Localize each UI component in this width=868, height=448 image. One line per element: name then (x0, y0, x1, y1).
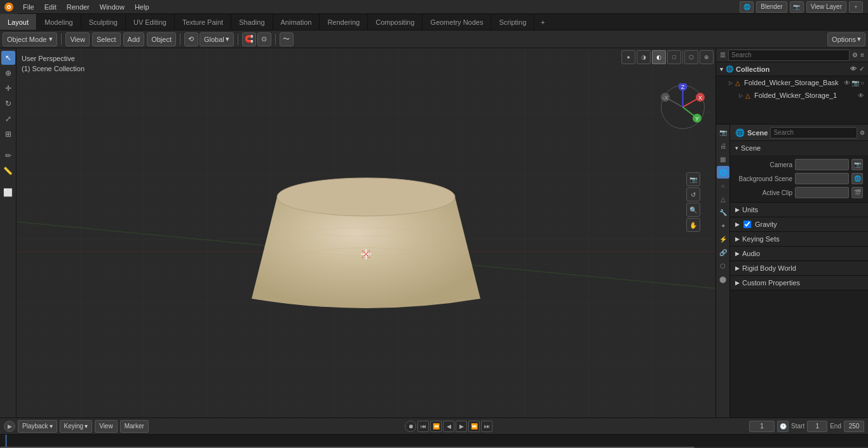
view-layer-name[interactable]: View Layer (806, 1, 846, 13)
camera-view-btn[interactable]: 📷 (686, 172, 700, 186)
item-0-camera-icon[interactable]: 📷 (851, 79, 859, 86)
outliner-filter-icon[interactable]: ☰ (720, 51, 726, 58)
proportional-edit-icon[interactable]: ⊙ (257, 32, 271, 46)
prop-active-clip-icon-btn[interactable]: 🎬 (851, 187, 863, 198)
prop-search-input[interactable] (770, 127, 857, 139)
collection-exclude-icon[interactable]: ✓ (859, 65, 864, 72)
outliner-item-0[interactable]: ▷ △ Folded_Wicker_Storage_Bask 👁 📷 ○ (716, 76, 868, 89)
add-cube-tool[interactable]: ⬜ (1, 186, 15, 200)
viewport-shading-wireframe[interactable]: □ (667, 50, 681, 64)
view-menu-timeline[interactable]: View (95, 420, 118, 433)
prop-material-btn[interactable]: ⬤ (717, 273, 729, 285)
orbit-btn[interactable]: ↺ (686, 187, 700, 201)
prop-object-btn[interactable]: △ (717, 193, 729, 205)
cursor-tool[interactable]: ⊕ (1, 66, 15, 80)
record-btn[interactable]: ⏺ (405, 421, 416, 432)
gizmo-btn[interactable]: ⊕ (700, 50, 714, 64)
jump-end-btn[interactable]: ⏭ (481, 421, 492, 432)
menu-edit[interactable]: Edit (39, 0, 62, 13)
gravity-checkbox[interactable] (743, 221, 751, 228)
timeline-clock-icon[interactable]: 🕐 (777, 421, 789, 432)
menu-render[interactable]: Render (62, 0, 95, 13)
annotate-tool[interactable]: ✏ (1, 149, 15, 163)
viewport-shading-solid[interactable]: ◐ (652, 50, 666, 64)
select-menu[interactable]: Select (92, 32, 121, 46)
item-0-eye-icon[interactable]: 👁 (844, 79, 850, 86)
tab-scripting[interactable]: Scripting (491, 14, 534, 30)
snap-icon[interactable]: 🧲 (242, 32, 256, 46)
prop-scene-btn[interactable]: 🌐 (717, 166, 729, 179)
prop-world-btn[interactable]: ○ (717, 179, 729, 192)
step-forward-btn[interactable]: ⏩ (468, 421, 480, 432)
tab-layout[interactable]: Layout (0, 14, 37, 30)
scene-selector-icon[interactable]: 🌐 (740, 1, 754, 13)
tab-animation[interactable]: Animation (273, 14, 320, 30)
view-menu[interactable]: View (65, 32, 90, 46)
prop-units-header[interactable]: ▶ Units (730, 203, 868, 217)
viewport-shading-rendered[interactable]: ● (621, 50, 635, 64)
item-1-eye-icon[interactable]: 👁 (858, 92, 864, 99)
tab-rendering[interactable]: Rendering (320, 14, 368, 30)
timeline-track[interactable]: 1 10 20 40 60 80 90 100 120 140 160 180 … (0, 435, 868, 448)
start-frame-input[interactable]: 1 (807, 421, 827, 432)
prop-camera-value[interactable] (795, 159, 849, 170)
prop-gravity-header[interactable]: ▶ Gravity (730, 217, 868, 231)
prop-physics-btn[interactable]: ⚡ (717, 233, 729, 245)
tab-uv-editing[interactable]: UV Editing (126, 14, 175, 30)
move-tool[interactable]: ✛ (1, 81, 15, 95)
item-0-render-icon[interactable]: ○ (860, 79, 864, 86)
menu-file[interactable]: File (18, 0, 39, 13)
scale-tool[interactable]: ⤢ (1, 112, 15, 126)
prop-keying-sets-header[interactable]: ▶ Keying Sets (730, 232, 868, 246)
prop-data-btn[interactable]: ⬡ (717, 259, 729, 272)
overlay-btn[interactable]: ⬡ (684, 50, 698, 64)
add-menu[interactable]: Add (123, 32, 145, 46)
tab-sculpting[interactable]: Sculpting (81, 14, 126, 30)
tab-compositing[interactable]: Compositing (368, 14, 423, 30)
current-frame-input[interactable]: 1 (749, 421, 775, 432)
menu-window[interactable]: Window (95, 0, 130, 13)
object-mode-dropdown[interactable]: Object Mode ▾ (3, 32, 57, 46)
prop-custom-properties-header[interactable]: ▶ Custom Properties (730, 276, 868, 290)
measure-tool[interactable]: 📏 (1, 164, 15, 178)
menu-help[interactable]: Help (130, 0, 154, 13)
object-menu[interactable]: Object (147, 32, 176, 46)
options-button[interactable]: Options ▾ (827, 32, 865, 46)
outliner-item-1[interactable]: ▷ △ Folded_Wicker_Storage_1 👁 (716, 89, 868, 102)
prop-audio-header[interactable]: ▶ Audio (730, 247, 868, 261)
navigation-gizmo[interactable]: X -X Y Z (659, 83, 707, 132)
marker-menu[interactable]: Marker (120, 420, 149, 433)
outliner-search-input[interactable] (728, 50, 850, 61)
prop-background-scene-value[interactable] (795, 173, 849, 184)
tab-texture-paint[interactable]: Texture Paint (175, 14, 231, 30)
tab-shading[interactable]: Shading (231, 14, 273, 30)
prop-render-btn[interactable]: 📷 (717, 126, 729, 139)
prop-particles-btn[interactable]: ✦ (717, 219, 729, 232)
prop-rigid-body-world-header[interactable]: ▶ Rigid Body World (730, 261, 868, 275)
transform-icon[interactable]: ⟲ (184, 32, 198, 46)
viewport-shading-material[interactable]: ◑ (637, 50, 651, 64)
play-btn[interactable]: ▶ (456, 421, 467, 432)
keying-menu[interactable]: Keying ▾ (60, 420, 93, 433)
add-workspace-button[interactable]: + (534, 14, 551, 31)
viewport-3d[interactable]: User Perspective (1) Scene Collection (17, 48, 715, 417)
prop-modifier-btn[interactable]: 🔧 (717, 206, 729, 219)
jump-start-btn[interactable]: ⏮ (417, 421, 429, 432)
prop-view-layer-btn[interactable]: ▦ (717, 153, 729, 165)
collection-eye-icon[interactable]: 👁 (850, 65, 857, 72)
outliner-options-icon[interactable]: ⚙ (852, 51, 858, 58)
play-back-btn[interactable]: ◀ (443, 421, 454, 432)
timeline-mode-btn[interactable]: ▶ (4, 421, 15, 432)
prop-constraints-btn[interactable]: 🔗 (717, 246, 729, 259)
end-frame-input[interactable]: 250 (844, 421, 864, 432)
view-layer-icon[interactable]: + (849, 1, 863, 13)
zoom-btn[interactable]: 🔍 (686, 203, 700, 217)
transform-tool[interactable]: ⊞ (1, 127, 15, 141)
select-tool[interactable]: ↖ (1, 51, 15, 65)
prop-camera-icon-btn[interactable]: 📷 (851, 159, 863, 170)
prop-output-btn[interactable]: 🖨 (717, 139, 729, 152)
step-back-btn[interactable]: ⏪ (430, 421, 442, 432)
prop-options-icon[interactable]: ⚙ (860, 130, 865, 136)
prop-active-clip-value[interactable] (795, 187, 849, 198)
tab-modeling[interactable]: Modeling (37, 14, 81, 30)
